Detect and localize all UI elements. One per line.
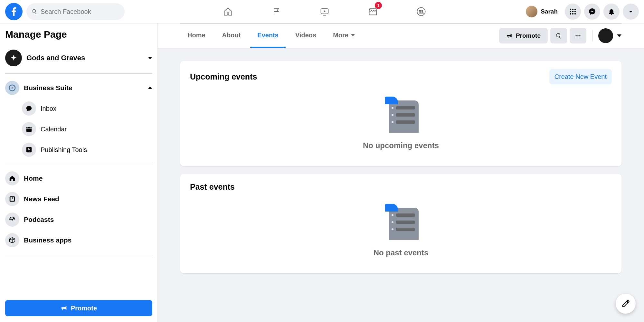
chevron-up-icon — [148, 87, 152, 89]
divider — [592, 30, 592, 42]
business-suite-subitems: Inbox Calendar Publishing Tools — [22, 98, 152, 160]
marketplace-badge: 1 — [375, 2, 382, 9]
sidebar-item-label: Calendar — [41, 126, 152, 133]
nav-groups[interactable] — [399, 1, 444, 23]
empty-list-icon — [383, 204, 419, 240]
promote-button[interactable]: Promote — [5, 300, 152, 316]
tab-events[interactable]: Events — [250, 24, 286, 48]
button-label: Promote — [516, 32, 541, 39]
svg-point-8 — [572, 11, 573, 12]
sidebar-item-label: Podcasts — [24, 216, 152, 223]
page-name: Gods and Graves — [26, 54, 143, 62]
caret-down-icon — [627, 8, 635, 15]
home-icon — [223, 6, 233, 17]
sidebar-item-label: Home — [24, 175, 152, 182]
page-avatar: ✦ — [5, 50, 22, 66]
tab-label: More — [333, 32, 348, 39]
tab-about[interactable]: About — [215, 24, 248, 48]
facebook-logo[interactable] — [5, 3, 23, 20]
svg-point-2 — [419, 10, 421, 12]
account-button[interactable] — [623, 4, 639, 20]
calendar-icon — [22, 122, 36, 136]
compose-icon — [621, 299, 630, 308]
empty-list-icon — [383, 97, 419, 133]
megaphone-icon — [506, 33, 513, 39]
svg-point-3 — [421, 10, 423, 12]
page-selector[interactable]: ✦ Gods and Graves — [5, 46, 152, 70]
caret-down-icon — [351, 34, 355, 36]
svg-point-4 — [570, 9, 571, 10]
megaphone-icon — [61, 305, 68, 312]
past-empty-text: No past events — [374, 248, 429, 257]
messenger-button[interactable] — [584, 4, 600, 20]
flag-icon — [271, 6, 281, 17]
header-right: Sarah — [525, 4, 639, 20]
sidebar-item-label: Publishing Tools — [41, 146, 152, 154]
create-event-button[interactable]: Create New Event — [549, 69, 612, 84]
sidebar-news-feed[interactable]: News Feed — [5, 189, 152, 209]
ellipsis-icon — [575, 33, 581, 39]
home-icon — [5, 171, 19, 185]
sidebar-item-label: News Feed — [24, 195, 152, 203]
sidebar: Manage Page ✦ Gods and Graves Business S… — [0, 23, 158, 322]
top-nav: 1 — [125, 1, 525, 23]
search-box[interactable] — [26, 3, 125, 20]
nav-marketplace[interactable]: 1 — [350, 1, 395, 23]
watch-icon — [319, 6, 330, 17]
sidebar-publishing-tools[interactable]: Publishing Tools — [22, 139, 152, 160]
search-icon — [555, 33, 562, 39]
notifications-button[interactable] — [603, 4, 620, 20]
nav-pages[interactable] — [254, 1, 299, 23]
sidebar-podcasts[interactable]: Podcasts — [5, 209, 152, 230]
svg-point-5 — [572, 9, 573, 10]
svg-rect-14 — [26, 127, 32, 132]
page-avatar-small — [598, 28, 613, 43]
main-content: Home About Events Videos More Promote Up… — [158, 23, 644, 322]
nav-watch[interactable] — [302, 1, 347, 23]
svg-point-12 — [574, 13, 576, 14]
top-header: 1 Sarah — [0, 0, 644, 23]
sidebar-footer: Promote — [5, 294, 152, 322]
business-suite-icon — [5, 81, 19, 95]
svg-point-7 — [570, 11, 571, 12]
past-events-card: Past events No past events — [180, 174, 621, 273]
sidebar-item-label: Business apps — [24, 236, 152, 244]
publish-icon — [22, 143, 36, 157]
svg-point-1 — [417, 7, 425, 15]
nav-home[interactable] — [205, 1, 251, 23]
profile-chip[interactable]: Sarah — [525, 5, 562, 19]
sidebar-business-apps[interactable]: Business apps — [5, 230, 152, 251]
divider — [5, 164, 152, 164]
compose-fab[interactable] — [616, 294, 636, 314]
sidebar-title: Manage Page — [5, 29, 152, 40]
menu-button[interactable] — [565, 4, 581, 20]
page-nav-wrap: Home About Events Videos More Promote — [158, 23, 644, 48]
tab-videos[interactable]: Videos — [288, 24, 323, 48]
sidebar-item-label: Business Suite — [24, 84, 143, 92]
caret-down-icon — [617, 34, 621, 37]
tab-home[interactable]: Home — [180, 24, 213, 48]
svg-point-21 — [579, 35, 580, 36]
caret-down-icon — [148, 57, 152, 59]
sidebar-item-label: Inbox — [41, 105, 152, 112]
search-input[interactable] — [41, 8, 119, 15]
svg-point-9 — [574, 11, 576, 12]
promote-page-button[interactable]: Promote — [499, 28, 548, 43]
sidebar-inbox[interactable]: Inbox — [22, 98, 152, 119]
bell-icon — [608, 8, 615, 15]
svg-point-18 — [11, 219, 13, 221]
sidebar-home[interactable]: Home — [5, 168, 152, 189]
sidebar-calendar[interactable]: Calendar — [22, 119, 152, 139]
page-more-button[interactable] — [570, 28, 586, 43]
tab-more[interactable]: More — [326, 24, 362, 48]
button-label: Promote — [71, 305, 97, 312]
svg-rect-16 — [10, 196, 15, 202]
page-search-button[interactable] — [550, 28, 567, 43]
past-heading: Past events — [190, 182, 235, 192]
chat-icon — [22, 101, 36, 116]
sidebar-business-suite[interactable]: Business Suite — [5, 78, 152, 98]
upcoming-events-card: Upcoming events Create New Event No upco… — [180, 61, 621, 166]
grid-icon — [569, 8, 577, 15]
svg-point-20 — [577, 35, 578, 36]
view-as-selector[interactable] — [598, 28, 621, 43]
